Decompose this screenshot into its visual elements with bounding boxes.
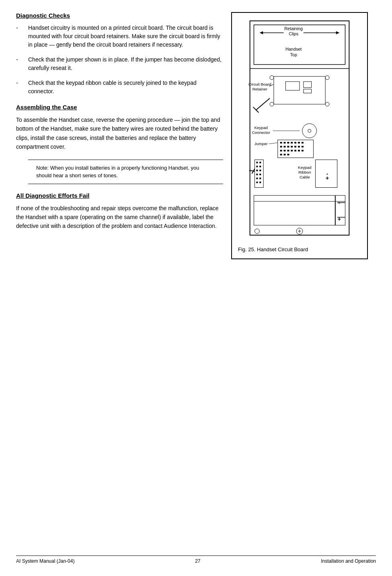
figure-container: Retaining Clips Handset Top Circuit Boar… bbox=[231, 12, 368, 259]
svg-rect-36 bbox=[302, 142, 304, 143]
svg-rect-19 bbox=[285, 82, 300, 90]
svg-rect-57 bbox=[256, 162, 258, 163]
svg-text:Keypad: Keypad bbox=[254, 125, 268, 130]
svg-rect-35 bbox=[298, 142, 300, 143]
list-item: - Check that the jumper shown is in plac… bbox=[16, 55, 223, 72]
bullet-dash-3: - bbox=[16, 79, 28, 87]
svg-text:Retainer: Retainer bbox=[252, 87, 268, 91]
circuit-diagram: Retaining Clips Handset Top Circuit Boar… bbox=[238, 19, 361, 241]
svg-rect-68 bbox=[259, 182, 261, 183]
right-column: Retaining Clips Handset Top Circuit Boar… bbox=[231, 12, 376, 556]
svg-text:Clips: Clips bbox=[289, 31, 299, 36]
svg-text:Handset: Handset bbox=[285, 47, 302, 51]
footer-center: 27 bbox=[195, 558, 200, 564]
svg-rect-61 bbox=[256, 170, 258, 171]
svg-text:Top: Top bbox=[290, 52, 297, 57]
svg-rect-46 bbox=[287, 150, 289, 152]
svg-rect-20 bbox=[304, 82, 312, 88]
svg-rect-53 bbox=[287, 154, 289, 156]
svg-text:Connector: Connector bbox=[252, 130, 271, 135]
bullet-text-1: Handset circuitry is mounted on a printe… bbox=[28, 24, 223, 49]
svg-rect-47 bbox=[291, 150, 293, 152]
page: Diagnostic Checks - Handset circuitry is… bbox=[0, 0, 392, 576]
footer: AI System Manual (Jan-04) 27 Installatio… bbox=[16, 556, 376, 564]
svg-rect-41 bbox=[294, 146, 296, 148]
svg-point-28 bbox=[308, 129, 311, 132]
svg-text:Jumper: Jumper bbox=[254, 141, 268, 146]
bullet-text-2: Check that the jumper shown is in place.… bbox=[28, 55, 223, 72]
svg-rect-32 bbox=[287, 142, 289, 143]
bullet-list: - Handset circuitry is mounted on a prin… bbox=[16, 24, 223, 96]
svg-rect-77 bbox=[254, 195, 345, 225]
svg-rect-49 bbox=[298, 150, 300, 152]
assembling-heading: Assembling the Case bbox=[16, 104, 223, 111]
svg-rect-65 bbox=[256, 178, 258, 179]
svg-point-18 bbox=[325, 102, 329, 106]
svg-rect-60 bbox=[259, 166, 261, 167]
svg-point-16 bbox=[325, 76, 329, 80]
svg-rect-40 bbox=[291, 146, 293, 148]
svg-rect-48 bbox=[294, 150, 296, 152]
svg-text:Cable: Cable bbox=[300, 175, 310, 179]
allfail-heading: All Diagnostic Efforts Fail bbox=[16, 192, 223, 199]
svg-rect-51 bbox=[280, 154, 282, 156]
main-content: Diagnostic Checks - Handset circuitry is… bbox=[16, 12, 376, 556]
note-text: Note: When you install batteries in a pr… bbox=[36, 165, 199, 179]
svg-rect-37 bbox=[280, 146, 282, 148]
assembling-section: Assembling the Case To assemble the Hand… bbox=[16, 104, 223, 152]
svg-rect-52 bbox=[284, 154, 286, 156]
bullet-text-3: Check that the keypad ribbon cable is se… bbox=[28, 79, 223, 96]
note-box: Note: When you install batteries in a pr… bbox=[28, 160, 223, 184]
svg-rect-62 bbox=[259, 170, 261, 171]
svg-text:Ribbon: Ribbon bbox=[298, 170, 311, 174]
svg-rect-45 bbox=[284, 150, 286, 152]
svg-point-15 bbox=[270, 76, 274, 80]
allfail-section: All Diagnostic Efforts Fail If none of t… bbox=[16, 192, 223, 231]
svg-rect-63 bbox=[256, 174, 258, 175]
left-column: Diagnostic Checks - Handset circuitry is… bbox=[16, 12, 223, 556]
svg-rect-21 bbox=[304, 89, 312, 93]
list-item: - Handset circuitry is mounted on a prin… bbox=[16, 24, 223, 49]
svg-rect-30 bbox=[280, 142, 282, 143]
bullet-dash-2: - bbox=[16, 55, 28, 64]
svg-point-83 bbox=[254, 229, 259, 234]
svg-rect-66 bbox=[259, 178, 261, 179]
svg-point-17 bbox=[270, 102, 274, 106]
svg-rect-44 bbox=[280, 150, 282, 152]
svg-rect-43 bbox=[302, 146, 304, 148]
svg-rect-59 bbox=[256, 166, 258, 167]
footer-left: AI System Manual (Jan-04) bbox=[16, 558, 74, 564]
svg-rect-31 bbox=[284, 142, 286, 143]
diagnostic-heading: Diagnostic Checks bbox=[16, 12, 223, 19]
svg-rect-64 bbox=[259, 174, 261, 175]
allfail-paragraph: If none of the troubleshooting and repai… bbox=[16, 204, 223, 231]
list-item: - Check that the keypad ribbon cable is … bbox=[16, 79, 223, 96]
svg-rect-42 bbox=[298, 146, 300, 148]
svg-text:-: - bbox=[326, 170, 328, 177]
svg-rect-56 bbox=[254, 160, 263, 187]
svg-rect-50 bbox=[302, 150, 304, 152]
diagnostic-section: Diagnostic Checks - Handset circuitry is… bbox=[16, 12, 223, 96]
svg-text:Retaining: Retaining bbox=[284, 26, 303, 31]
svg-text:Circuit Board: Circuit Board bbox=[248, 82, 271, 86]
footer-right: Installation and Operation bbox=[321, 558, 376, 564]
svg-rect-67 bbox=[256, 182, 258, 183]
svg-rect-33 bbox=[291, 142, 293, 143]
svg-rect-39 bbox=[287, 146, 289, 148]
assembling-paragraph: To assemble the Handset case, reverse th… bbox=[16, 115, 223, 152]
svg-rect-34 bbox=[294, 142, 296, 143]
svg-text:Keypad: Keypad bbox=[298, 165, 311, 170]
figure-caption: Fig. 25. Handset Circuit Board bbox=[238, 246, 361, 252]
bullet-dash-1: - bbox=[16, 24, 28, 32]
svg-rect-38 bbox=[284, 146, 286, 148]
svg-rect-58 bbox=[259, 162, 261, 163]
